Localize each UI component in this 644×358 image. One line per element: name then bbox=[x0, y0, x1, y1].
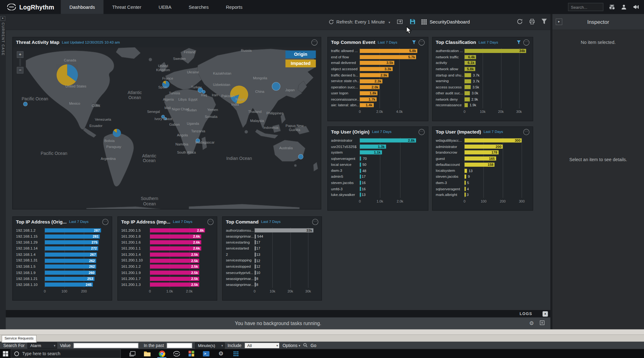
filter-dashboard-icon[interactable] bbox=[541, 18, 547, 26]
logs-panel-bar[interactable]: LOGS bbox=[6, 310, 550, 318]
bar[interactable]: 6.4k bbox=[465, 55, 476, 59]
bar[interactable]: 3.5k bbox=[360, 61, 395, 65]
widget-menu-icon[interactable] bbox=[311, 39, 318, 45]
apps-grid-icon[interactable] bbox=[228, 349, 243, 358]
bar[interactable]: 5.7k bbox=[360, 55, 416, 59]
bar[interactable] bbox=[465, 193, 466, 197]
bar[interactable] bbox=[465, 79, 471, 83]
bar[interactable]: 2.6k bbox=[150, 240, 201, 245]
world-map[interactable]: RussiaFinlandSwedenCanadaUnited KingdomU… bbox=[13, 47, 321, 209]
chrome-icon[interactable] bbox=[155, 349, 169, 358]
print-icon[interactable] bbox=[529, 18, 535, 26]
bar[interactable]: 2.6k bbox=[150, 234, 201, 239]
task-view-button[interactable] bbox=[125, 349, 140, 358]
bar[interactable]: 1.8k bbox=[360, 91, 378, 95]
bar[interactable]: 158 bbox=[465, 162, 495, 166]
bar[interactable]: 5.8k bbox=[360, 49, 417, 53]
bar[interactable]: 33k bbox=[255, 228, 314, 232]
bar[interactable] bbox=[255, 234, 256, 239]
bar[interactable]: 3.3k bbox=[360, 67, 393, 71]
widget-menu-icon[interactable] bbox=[312, 219, 319, 225]
widget-menu-icon[interactable] bbox=[523, 39, 530, 45]
map-threat-point[interactable] bbox=[272, 82, 280, 90]
bar[interactable] bbox=[465, 175, 466, 179]
include-dropdown[interactable]: All bbox=[244, 342, 280, 349]
dashboard-selector[interactable]: SecurityDashboard bbox=[421, 14, 470, 30]
map-threat-point[interactable] bbox=[162, 81, 170, 88]
user-icon[interactable] bbox=[620, 4, 627, 10]
map-zoom-in-button[interactable] bbox=[17, 51, 24, 58]
bar[interactable]: 262 bbox=[45, 265, 96, 269]
bar[interactable] bbox=[255, 271, 256, 275]
map-threat-point[interactable] bbox=[164, 118, 167, 120]
start-button[interactable] bbox=[0, 349, 11, 358]
bar[interactable] bbox=[465, 103, 468, 107]
bar[interactable]: 2.8k bbox=[150, 228, 205, 232]
tab-searches[interactable]: Searches bbox=[180, 0, 217, 14]
tab-dashboards[interactable]: Dashboards bbox=[61, 0, 103, 14]
bar[interactable]: 2.8k bbox=[360, 138, 416, 142]
map-zoom-out-button[interactable] bbox=[17, 67, 24, 74]
refresh-interval-dropdown[interactable]: Refresh: Every 1 Minute bbox=[329, 14, 390, 30]
tab-ueba[interactable]: UEBA bbox=[150, 0, 180, 14]
bar[interactable]: 2.9k bbox=[360, 73, 389, 77]
time-amount-input[interactable] bbox=[167, 343, 192, 348]
bar[interactable]: 2.6k bbox=[150, 246, 201, 250]
bar[interactable] bbox=[255, 240, 256, 245]
bar[interactable] bbox=[360, 193, 361, 197]
bar[interactable] bbox=[360, 169, 361, 173]
map-threat-point[interactable] bbox=[230, 86, 248, 104]
bar[interactable] bbox=[465, 187, 466, 191]
bar[interactable]: 287 bbox=[45, 228, 101, 232]
filters-icon[interactable] bbox=[609, 4, 615, 10]
widget-menu-icon[interactable] bbox=[419, 129, 425, 135]
app-icon[interactable] bbox=[184, 349, 199, 358]
bar[interactable]: 2.5k bbox=[150, 276, 199, 281]
map-zoom-track[interactable] bbox=[19, 59, 21, 66]
widget-menu-icon[interactable] bbox=[523, 129, 530, 135]
settings-gear-icon[interactable] bbox=[214, 349, 228, 358]
bar[interactable] bbox=[360, 187, 361, 191]
logrhythm-console-icon[interactable] bbox=[169, 349, 184, 358]
bar[interactable]: 2.0k bbox=[360, 85, 380, 89]
bar[interactable]: 253 bbox=[45, 276, 94, 281]
search-type-dropdown[interactable]: Alarm bbox=[28, 342, 57, 349]
file-explorer-icon[interactable] bbox=[140, 349, 154, 358]
bar[interactable]: 2.5k bbox=[150, 252, 199, 256]
tab-threat-center[interactable]: Threat Center bbox=[103, 0, 150, 14]
bar[interactable] bbox=[360, 181, 361, 185]
map-threat-point[interactable] bbox=[23, 102, 27, 106]
tab-reports[interactable]: Reports bbox=[217, 0, 251, 14]
bar[interactable] bbox=[360, 175, 361, 179]
widget-menu-icon[interactable] bbox=[102, 219, 108, 225]
bar[interactable]: 1.4k bbox=[360, 103, 374, 107]
taskbar-search-box[interactable]: Type here to search bbox=[11, 349, 121, 358]
legend-impacted-button[interactable]: Impacted bbox=[285, 60, 316, 67]
bar[interactable] bbox=[255, 259, 256, 263]
widget-menu-icon[interactable] bbox=[419, 39, 425, 45]
filter-icon[interactable] bbox=[412, 40, 416, 44]
bar[interactable] bbox=[465, 181, 466, 185]
legend-origin-button[interactable]: Origin bbox=[285, 50, 316, 58]
map-threat-point[interactable] bbox=[202, 90, 205, 93]
options-dropdown[interactable]: Options bbox=[282, 343, 300, 348]
bar[interactable] bbox=[255, 276, 256, 281]
bar[interactable]: 178 bbox=[465, 150, 499, 155]
bar[interactable]: 1.7k bbox=[360, 97, 377, 101]
bar[interactable] bbox=[255, 252, 256, 256]
global-search-input[interactable] bbox=[568, 3, 604, 11]
bar[interactable]: 2.5k bbox=[150, 259, 199, 263]
collapse-inspector-icon[interactable] bbox=[556, 18, 562, 25]
bar[interactable] bbox=[360, 162, 361, 166]
open-in-new-window-icon[interactable] bbox=[397, 18, 403, 25]
bar[interactable] bbox=[360, 156, 361, 161]
save-dashboard-icon[interactable] bbox=[409, 18, 416, 25]
bar[interactable] bbox=[465, 85, 471, 89]
bar[interactable]: 272 bbox=[45, 246, 98, 250]
bar[interactable]: 34k bbox=[465, 49, 526, 53]
bar[interactable] bbox=[465, 169, 467, 173]
bar[interactable] bbox=[255, 265, 256, 269]
bar[interactable]: 245 bbox=[45, 283, 93, 287]
announcements-icon[interactable] bbox=[632, 4, 639, 10]
map-threat-point[interactable] bbox=[113, 129, 121, 137]
